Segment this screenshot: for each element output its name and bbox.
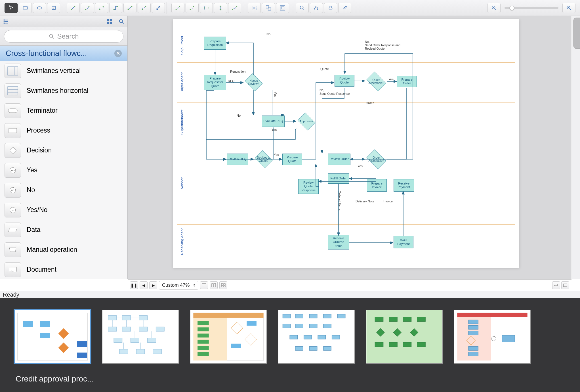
page-next-icon[interactable]: ▶ [149, 281, 157, 289]
shape-swimlane-h[interactable]: Swimlanes horizontal [0, 81, 127, 101]
node-order-acceptable[interactable]: Order Acceptable? [365, 151, 388, 167]
shape-process[interactable]: Process [0, 121, 127, 141]
node-decides-quote[interactable]: Decides to Quote? [254, 152, 274, 167]
thumbnail-2[interactable] [102, 310, 179, 364]
node-receive-payment[interactable]: Receive Payment [394, 179, 414, 192]
vertical-scrollbar[interactable] [572, 16, 580, 279]
connector-1[interactable] [67, 3, 80, 13]
node-prepare-quote[interactable]: Prepare Quote [282, 154, 302, 165]
align-2[interactable] [186, 3, 199, 13]
connector-4[interactable] [109, 3, 122, 13]
svg-rect-96 [295, 324, 303, 328]
select-tool[interactable] [5, 3, 18, 13]
shape-label: Terminator [27, 107, 58, 114]
connector-6[interactable] [138, 3, 151, 13]
view-grid-icon[interactable] [219, 281, 227, 289]
node-quote-acceptable[interactable]: Quote Acceptable? [365, 74, 388, 89]
edge-label-no: No [266, 32, 270, 36]
node-prepare-requisition[interactable]: Prepare Requisition [204, 37, 226, 50]
align-3[interactable] [200, 3, 213, 13]
group-2[interactable] [262, 3, 275, 13]
connector-3[interactable] [95, 3, 108, 13]
align-1[interactable] [171, 3, 184, 13]
node-receive-items[interactable]: Receive Ordered Items [328, 235, 349, 250]
zoom-slider[interactable] [505, 7, 558, 9]
node-fulfill-order[interactable]: Fulfill Order [328, 173, 349, 184]
ellipse-tool[interactable] [33, 3, 46, 13]
svg-rect-38 [4, 22, 5, 24]
zoom-out[interactable] [487, 3, 501, 13]
thumbnail-3[interactable] [190, 310, 267, 364]
no-icon: NO [5, 183, 21, 198]
thumbnail-1[interactable] [14, 310, 91, 364]
svg-rect-57 [212, 284, 213, 287]
node-prepare-order[interactable]: Prepare Order [397, 76, 417, 87]
svg-rect-15 [157, 8, 158, 10]
svg-rect-66 [139, 316, 148, 320]
svg-point-17 [176, 9, 177, 10]
zoom-indicator[interactable]: Custom 47% ▲▼ [159, 281, 198, 290]
svg-rect-97 [309, 324, 317, 328]
connector-7[interactable] [152, 3, 165, 13]
group-3[interactable] [276, 3, 289, 13]
svg-rect-114 [375, 342, 383, 347]
group-1[interactable] [248, 3, 261, 13]
decision-icon [5, 143, 21, 158]
tab-grid-icon[interactable] [104, 16, 115, 27]
shape-manual[interactable]: Manual operation [0, 240, 127, 260]
shape-list: Swimlanes verticalSwimlanes horizontalTe… [0, 61, 127, 279]
canvas[interactable]: Ship Officer Prepare Requisition No No, … [128, 16, 571, 279]
fit-width-icon[interactable] [552, 281, 560, 289]
shape-decision[interactable]: Decision [0, 141, 127, 160]
svg-rect-124 [468, 352, 478, 356]
connector-2[interactable] [81, 3, 94, 13]
swimlane-v-icon [5, 64, 21, 78]
fit-page-icon[interactable] [561, 281, 569, 289]
drawing-page[interactable]: Ship Officer Prepare Requisition No No, … [173, 19, 519, 268]
search-input[interactable]: Search [4, 30, 123, 43]
shape-data[interactable]: Data [0, 220, 127, 240]
library-header[interactable]: Cross-functional flowc... ✕ [0, 46, 127, 61]
thumbnail-5[interactable] [366, 310, 443, 364]
zoom-in[interactable] [562, 3, 575, 13]
node-evaluate-rfq[interactable]: Evaluate RFQ [262, 116, 285, 127]
shape-label: Process [27, 127, 50, 134]
node-approves[interactable]: Approves? [297, 114, 316, 129]
tab-search-icon[interactable] [115, 16, 127, 27]
thumbnail-6[interactable] [454, 310, 531, 364]
view-multi-icon[interactable] [210, 281, 218, 289]
shape-no[interactable]: NONo [0, 180, 127, 200]
node-prepare-invoice[interactable]: Prepare Invoice [367, 179, 387, 192]
stamp-tool[interactable] [324, 3, 337, 13]
align-5[interactable] [228, 3, 241, 13]
rectangle-tool[interactable] [19, 3, 32, 13]
page-prev-icon[interactable]: ◀ [140, 281, 148, 289]
text-tool[interactable] [47, 3, 60, 13]
shape-yesno[interactable]: Y/NYes/No [0, 200, 127, 220]
svg-point-18 [179, 6, 180, 7]
thumbnail-4[interactable] [278, 310, 355, 364]
node-prepare-rfq[interactable]: Prepare Request for Quote [204, 75, 226, 90]
svg-point-43 [119, 19, 123, 22]
shape-swimlane-v[interactable]: Swimlanes vertical [0, 61, 127, 81]
terminator-icon [5, 103, 21, 118]
view-single-icon[interactable] [200, 281, 208, 289]
node-review-order[interactable]: Review Order [328, 154, 350, 165]
zoom-down-icon[interactable]: ▼ [193, 285, 195, 287]
node-needs-review[interactable]: Needs Review? [244, 75, 264, 90]
tab-outline-icon[interactable] [0, 16, 12, 27]
close-library-icon[interactable]: ✕ [114, 50, 122, 57]
zoom-tool[interactable] [296, 3, 309, 13]
node-review-quote-resp[interactable]: Review Quote Response [298, 179, 319, 194]
connector-5[interactable] [123, 3, 136, 13]
shape-document[interactable]: Document [0, 260, 127, 279]
page-pause-icon[interactable]: ❚❚ [130, 281, 138, 289]
shape-yes[interactable]: YESYes [0, 160, 127, 180]
node-make-payment[interactable]: Make Payment [394, 236, 413, 248]
eyedropper-tool[interactable] [338, 3, 351, 13]
shape-terminator[interactable]: Terminator [0, 101, 127, 121]
node-review-quote[interactable]: Review Quote [335, 75, 354, 87]
pan-tool[interactable] [310, 3, 323, 13]
align-4[interactable] [214, 3, 227, 13]
node-review-rfq[interactable]: Review RFQ [227, 154, 248, 165]
